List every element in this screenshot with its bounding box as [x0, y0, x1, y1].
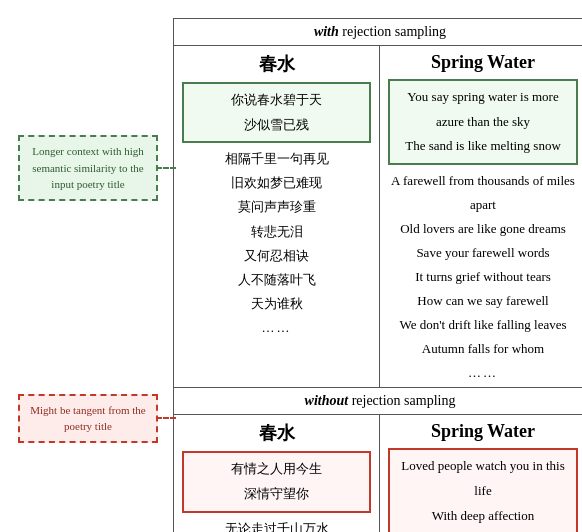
without-title-zh: 春水: [182, 421, 371, 445]
without-highlighted-zh: 有情之人用今生 深情守望你: [182, 451, 371, 512]
with-rejection-row: 春水 你说春水碧于天 沙似雪已残 相隔千里一句再见 旧欢如梦已难现 莫问声声珍重…: [174, 46, 582, 388]
with-english-col: Spring Water You say spring water is mor…: [380, 46, 582, 387]
without-rejection-header: without rejection sampling: [174, 388, 582, 415]
without-english-col: Spring Water Loved people watch you in t…: [380, 415, 582, 532]
with-title-zh: 春水: [182, 52, 371, 76]
with-title-en: Spring Water: [388, 52, 578, 73]
without-title-en: Spring Water: [388, 421, 578, 442]
without-highlighted-en: Loved people watch you in this life With…: [388, 448, 578, 532]
without-chinese-col: 春水 有情之人用今生 深情守望你 无论走过千山万水 有爱之人在身边 就会看见爱的…: [174, 415, 380, 532]
with-ellipsis-en: ……: [388, 365, 578, 381]
without-regular-zh: 无论走过千山万水 有爱之人在身边 就会看见爱的晴朗 无论春夏秋冬 有爱之人在身边…: [182, 517, 371, 532]
with-italic: with: [314, 24, 339, 39]
with-highlighted-en: You say spring water is more azure than …: [388, 79, 578, 165]
main-table: with rejection sampling 春水 你说春水碧于天 沙似雪已残…: [173, 18, 582, 532]
with-regular-en: A farewell from thousands of miles apart…: [388, 169, 578, 361]
green-annotation-box: Longer context with high semantic simila…: [18, 135, 158, 201]
with-highlighted-zh: 你说春水碧于天 沙似雪已残: [182, 82, 371, 143]
with-rejection-header: with rejection sampling: [174, 19, 582, 46]
without-rejection-row: 春水 有情之人用今生 深情守望你 无论走过千山万水 有爱之人在身边 就会看见爱的…: [174, 415, 582, 532]
red-annotation-box: Might be tangent from the poetry title: [18, 394, 158, 443]
without-italic: without: [305, 393, 349, 408]
with-chinese-col: 春水 你说春水碧于天 沙似雪已残 相隔千里一句再见 旧欢如梦已难现 莫问声声珍重…: [174, 46, 380, 387]
with-ellipsis-zh: ……: [182, 320, 371, 336]
with-regular-zh: 相隔千里一句再见 旧欢如梦已难现 莫问声声珍重 转悲无泪 又何忍相诀 人不随落叶…: [182, 147, 371, 315]
